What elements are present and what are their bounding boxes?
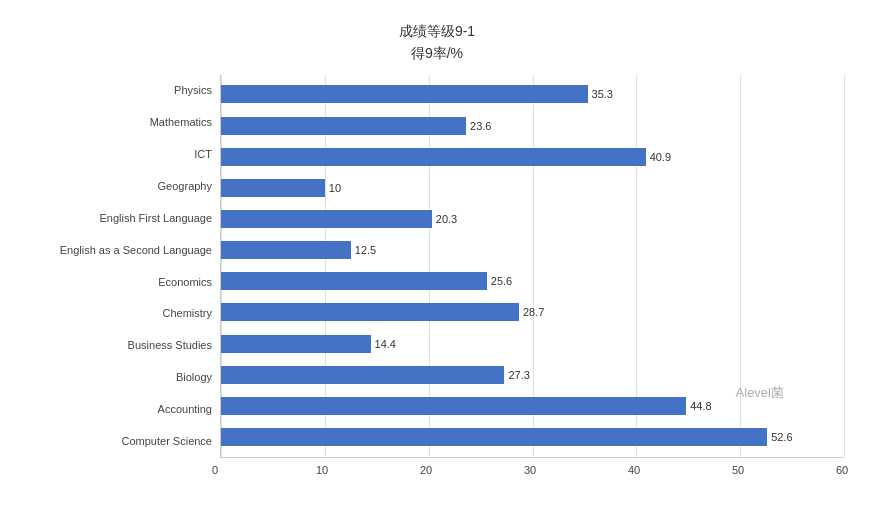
y-label: Computer Science [30,428,212,456]
bar-row: 10 [221,177,844,199]
y-label: Biology [30,364,212,392]
bar-row: 20.3 [221,208,844,230]
bar-row: 12.5 [221,239,844,261]
bar [221,179,325,197]
bar-value-label: 40.9 [650,151,671,163]
x-tick-label: 50 [732,464,744,476]
chart-title-line2: 得9率/% [30,42,844,64]
y-label: English First Language [30,204,212,232]
bar-row: 25.6 [221,270,844,292]
bar [221,366,504,384]
bar-row: 27.3 [221,364,844,386]
x-tick-label: 10 [316,464,328,476]
y-label: Mathematics [30,109,212,137]
bar [221,210,432,228]
y-label: Business Studies [30,332,212,360]
y-label: Economics [30,268,212,296]
bar-row: 40.9 [221,146,844,168]
bar-value-label: 23.6 [470,120,491,132]
bar [221,85,588,103]
bar-value-label: 28.7 [523,306,544,318]
bar-row: 23.6 [221,115,844,137]
bar [221,272,487,290]
bar [221,117,466,135]
x-tick-label: 40 [628,464,640,476]
bar-value-label: 10 [329,182,341,194]
chart-title: 成绩等级9-1 得9率/% [30,20,844,65]
bar-value-label: 35.3 [592,88,613,100]
chart-area: PhysicsMathematicsICTGeographyEnglish Fi… [30,75,844,458]
bar [221,428,767,446]
bar-value-label: 14.4 [375,338,396,350]
chart-title-line1: 成绩等级9-1 [30,20,844,42]
bar [221,303,519,321]
bar-value-label: 52.6 [771,431,792,443]
bar-row: 52.6 [221,426,844,448]
x-tick-label: 60 [836,464,848,476]
y-label: Geography [30,172,212,200]
bar-row: 28.7 [221,301,844,323]
y-label: ICT [30,141,212,169]
grid-line [844,75,845,457]
x-tick-label: 0 [212,464,218,476]
y-label: Physics [30,77,212,105]
y-label: Chemistry [30,300,212,328]
bar-value-label: 25.6 [491,275,512,287]
bar-value-label: 27.3 [508,369,529,381]
bar-value-label: 20.3 [436,213,457,225]
bar [221,397,686,415]
bar-row: 35.3 [221,83,844,105]
plot-area: 35.323.640.91020.312.525.628.714.427.344… [220,75,844,458]
bar-value-label: 12.5 [355,244,376,256]
y-label: English as a Second Language [30,236,212,264]
x-tick-label: 20 [420,464,432,476]
watermark: Alevel菌 [736,384,784,402]
bar [221,335,371,353]
x-tick-label: 30 [524,464,536,476]
bar [221,148,646,166]
chart-container: 成绩等级9-1 得9率/% PhysicsMathematicsICTGeogr… [0,0,874,508]
y-axis-labels: PhysicsMathematicsICTGeographyEnglish Fi… [30,75,220,458]
bar-row: 14.4 [221,333,844,355]
x-axis: 0102030405060 [220,458,844,478]
bar-value-label: 44.8 [690,400,711,412]
bar [221,241,351,259]
y-label: Accounting [30,396,212,424]
